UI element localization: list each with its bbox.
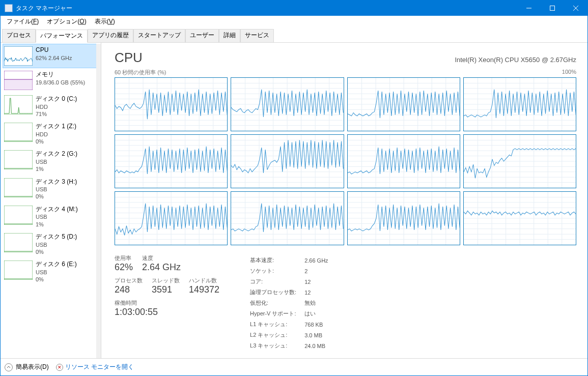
tab[interactable]: サービス <box>240 29 274 42</box>
fewer-details-button[interactable]: 簡易表示(D) <box>5 363 49 371</box>
stat-block: 速度2.64 GHz <box>142 254 181 273</box>
menu-view[interactable]: 表示(V) <box>91 16 119 27</box>
window-title: タスク マネージャー <box>16 4 72 13</box>
statusbar: 簡易表示(D) ✕ リソース モニターを開く <box>1 358 587 375</box>
sidebar-thumb <box>4 46 33 66</box>
app-icon <box>5 4 13 12</box>
cpu-core-chart <box>115 77 228 131</box>
sidebar-thumb <box>4 233 33 252</box>
resource-monitor-link[interactable]: ✕ リソース モニターを開く <box>56 363 134 371</box>
menu-options[interactable]: オプション(O) <box>43 16 90 27</box>
sidebar-item[interactable]: ディスク 5 (D:)USB0% <box>3 230 101 258</box>
svg-rect-12 <box>4 206 33 225</box>
tab[interactable]: アプリの履歴 <box>88 29 133 42</box>
sidebar-item[interactable]: ディスク 4 (M:)USB1% <box>3 203 101 230</box>
sidebar-thumb <box>4 150 33 169</box>
stat-row: L3 キャッシュ:24.0 MB <box>250 341 335 351</box>
svg-rect-13 <box>4 233 33 252</box>
sidebar-item-text: ディスク 2 (G:)USB1% <box>36 150 77 172</box>
titlebar[interactable]: タスク マネージャー <box>1 1 587 16</box>
content: CPU Intel(R) Xeon(R) CPU X5650 @ 2.67GHz… <box>101 43 587 358</box>
sidebar-item[interactable]: ディスク 2 (G:)USB1% <box>3 148 101 175</box>
stat-row: ソケット:2 <box>250 266 335 276</box>
sidebar-item-text: CPU62% 2.64 GHz <box>36 46 72 62</box>
stat-row: 仮想化:無効 <box>250 298 335 308</box>
cpu-core-chart <box>463 134 576 188</box>
chart-y-max: 100% <box>562 69 576 76</box>
tab[interactable]: スタートアップ <box>133 29 185 42</box>
svg-rect-1 <box>550 6 555 11</box>
sidebar-item[interactable]: ディスク 3 (H:)USB0% <box>3 176 101 203</box>
sidebar-item-text: ディスク 1 (Z:)HDD0% <box>36 123 76 145</box>
cpu-model: Intel(R) Xeon(R) CPU X5650 @ 2.67GHz <box>455 56 576 64</box>
stat-row: コア:12 <box>250 277 335 286</box>
sidebar-thumb <box>4 261 33 280</box>
sidebar-item[interactable]: CPU62% 2.64 GHz <box>3 44 101 68</box>
chart-x-label: 60 秒間の使用率 (%) <box>115 69 166 76</box>
sidebar: CPU62% 2.64 GHzメモリ19.8/36.0 GB (55%)ディスク… <box>1 43 101 358</box>
sidebar-thumb <box>4 206 33 225</box>
sidebar-thumb <box>4 95 33 114</box>
sidebar-thumb <box>4 178 33 197</box>
tabsbar: プロセスパフォーマンスアプリの履歴スタートアップユーザー詳細サービス <box>1 27 587 43</box>
svg-rect-11 <box>4 178 33 197</box>
page-title: CPU <box>115 50 143 66</box>
resource-monitor-label: リソース モニターを開く <box>65 363 134 371</box>
tab[interactable]: 詳細 <box>219 29 240 42</box>
stat-row: L1 キャッシュ:768 KB <box>250 320 335 329</box>
sidebar-item[interactable]: ディスク 1 (Z:)HDD0% <box>3 120 101 148</box>
tab[interactable]: プロセス <box>2 29 36 42</box>
sidebar-item[interactable]: ディスク 0 (C:)HDD71% <box>3 93 101 120</box>
stat-block: ハンドル数149372 <box>189 277 219 295</box>
sidebar-item-text: メモリ19.8/36.0 GB (55%) <box>36 71 85 86</box>
cpu-core-chart <box>231 134 344 188</box>
sidebar-item[interactable]: メモリ19.8/36.0 GB (55%) <box>3 68 101 93</box>
cpu-core-chart <box>231 191 344 245</box>
menu-file[interactable]: ファイル(F) <box>3 16 43 27</box>
sidebar-item-text: ディスク 3 (H:)USB0% <box>36 178 77 200</box>
maximize-button[interactable] <box>541 1 564 16</box>
stat-block: 使用率62% <box>115 254 133 273</box>
resmon-icon: ✕ <box>56 364 63 371</box>
svg-rect-10 <box>4 150 33 169</box>
stats-secondary: 基本速度:2.66 GHzソケット:2コア:12論理プロセッサ数:12仮想化:無… <box>249 254 337 352</box>
svg-rect-6 <box>5 79 32 90</box>
cpu-core-chart <box>347 134 460 188</box>
close-button[interactable] <box>564 1 587 16</box>
tab[interactable]: ユーザー <box>185 29 219 42</box>
svg-rect-9 <box>4 123 33 142</box>
sidebar-thumb <box>4 71 33 90</box>
sidebar-item-text: ディスク 0 (C:)HDD71% <box>36 95 77 118</box>
cpu-core-chart <box>347 77 460 131</box>
stat-row: L2 キャッシュ:3.0 MB <box>250 330 335 340</box>
cpu-core-chart <box>347 191 460 245</box>
cpu-core-chart <box>463 191 576 245</box>
tab[interactable]: パフォーマンス <box>36 30 88 43</box>
sidebar-item-text: ディスク 6 (E:)USB0% <box>36 261 77 283</box>
svg-rect-4 <box>4 46 33 66</box>
stat-row: 基本速度:2.66 GHz <box>250 255 335 265</box>
cpu-core-chart <box>115 191 228 245</box>
stat-row: 論理プロセッサ数:12 <box>250 287 335 297</box>
stat-row: Hyper-V サポート:はい <box>250 309 335 319</box>
svg-rect-14 <box>4 261 33 280</box>
fewer-details-label: 簡易表示(D) <box>16 363 49 371</box>
cpu-core-chart <box>115 134 228 188</box>
sidebar-thumb <box>4 123 33 142</box>
sidebar-item-text: ディスク 5 (D:)USB0% <box>36 233 77 255</box>
stat-block: プロセス数248 <box>115 277 143 295</box>
stat-block: 稼働時間1:03:00:55 <box>115 299 158 317</box>
sidebar-scrollbar[interactable] <box>96 44 101 358</box>
cpu-core-chart <box>463 77 576 131</box>
cpu-core-grid <box>115 77 576 245</box>
chevron-up-icon <box>5 363 13 371</box>
minimize-button[interactable] <box>517 1 541 16</box>
cpu-core-chart <box>231 77 344 131</box>
sidebar-item-text: ディスク 4 (M:)USB1% <box>36 206 78 228</box>
stats-primary: 使用率62%速度2.64 GHzプロセス数248スレッド数3591ハンドル数14… <box>115 254 229 352</box>
menubar: ファイル(F) オプション(O) 表示(V) <box>1 16 587 27</box>
stat-block: スレッド数3591 <box>152 277 180 295</box>
sidebar-item[interactable]: ディスク 6 (E:)USB0% <box>3 258 101 285</box>
